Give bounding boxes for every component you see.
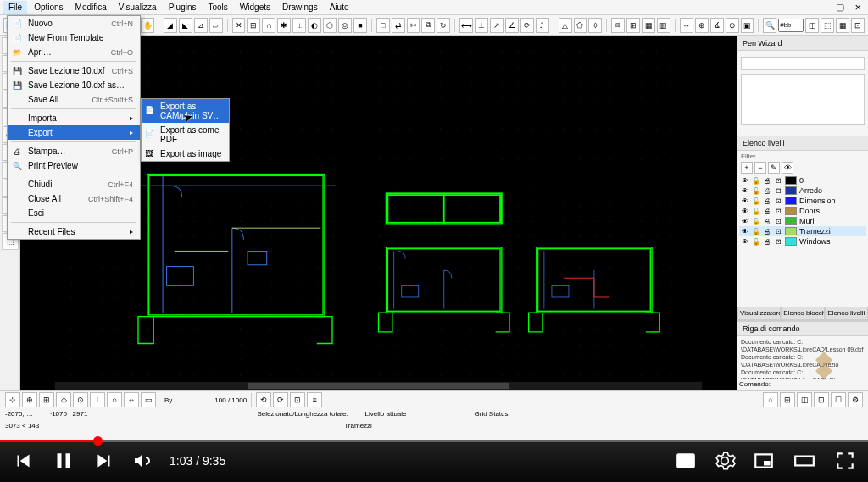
tb-snap-1[interactable]: ✕ [232,18,246,33]
st-snap-1[interactable]: ⊹ [5,392,20,407]
tb-dim-2[interactable]: ⊥ [475,18,488,33]
tb-dim-5[interactable]: ⟳ [520,18,534,33]
tb-layer-2[interactable]: ⊞ [626,18,640,33]
tb-tool-4[interactable]: ▱ [209,18,223,33]
tb-snap-6[interactable]: ◐ [308,18,321,33]
file-menu-item[interactable]: 🖨Stampa…Ctrl+P [8,144,140,158]
st-extra-6[interactable]: ⚙ [848,392,863,407]
tb-edit-1[interactable]: □ [376,18,390,33]
tb-view-4[interactable]: ▦ [836,18,849,33]
layer-row[interactable]: 👁🔓🖨⊡Windows [739,236,866,247]
window-minimize[interactable]: — [815,2,826,14]
menu-plugins[interactable]: Plugins [164,1,202,14]
st-snap-6[interactable]: ⊥ [90,392,105,407]
st-snap-4[interactable]: ◇ [56,392,71,407]
tb-view-2[interactable]: ◫ [805,18,819,33]
tb-snap-9[interactable]: ■ [353,18,367,33]
tb-dim-6[interactable]: ⤴ [536,18,549,33]
tb-tool-2[interactable]: ◣ [179,18,192,33]
st-snap-2[interactable]: ⊕ [22,392,37,407]
file-menu-item[interactable]: Importa▸ [8,111,140,125]
fullscreen-button[interactable] [834,450,856,472]
st-snap-3[interactable]: ⊞ [39,392,54,407]
menu-modifica[interactable]: Modifica [70,1,112,14]
layer-show-all[interactable]: 👁 [782,162,793,174]
layer-row[interactable]: 👁🔓🖨⊡0 [739,175,866,186]
st-tool-c[interactable]: ⊡ [290,392,305,407]
lib-tab-1[interactable]: Visualizzatore di librerie [737,307,781,320]
file-menu-item[interactable]: 📂Apri…Ctrl+O [8,45,140,59]
layer-row[interactable]: 👁🔓🖨⊡Tramezzi [739,226,866,236]
file-menu-item[interactable]: 💾Save Lezione 10.dxfCtrl+S [8,64,140,78]
st-extra-5[interactable]: ☐ [831,392,846,407]
tb-meas-3[interactable]: ∡ [710,18,724,33]
tb-dim-3[interactable]: ↗ [490,18,504,33]
settings-button[interactable] [714,450,736,472]
pen-wizard-input[interactable] [741,57,865,70]
tb-snap-7[interactable]: ⬡ [323,18,337,33]
tb-info-1[interactable]: △ [559,18,572,33]
theater-button[interactable] [792,450,817,472]
file-menu-item[interactable]: ChiudiCtrl+F4 [8,177,140,191]
tb-tool-1[interactable]: ◢ [164,18,177,33]
menu-drawings[interactable]: Drawings [277,1,323,14]
tb-meas-1[interactable]: ↔ [680,18,693,33]
pause-button[interactable] [51,448,76,474]
menu-tools[interactable]: Tools [203,1,233,14]
st-tool-a[interactable]: ⟲ [256,392,271,407]
tb-edit-5[interactable]: ↻ [437,18,450,33]
lib-tab-3[interactable]: Elenco livelli [825,307,868,320]
file-menu-item[interactable]: Close AllCtrl+Shift+F4 [8,191,140,206]
layer-add[interactable]: + [741,162,753,174]
tb-snap-4[interactable]: ✱ [277,18,291,33]
color-input[interactable] [778,19,804,32]
menu-file[interactable]: File [3,1,27,14]
window-close[interactable]: × [854,1,861,14]
layer-row[interactable]: 👁🔓🖨⊡Muri [739,216,866,226]
layer-edit[interactable]: ✎ [768,162,780,174]
st-snap-9[interactable]: ▭ [141,392,156,407]
tb-snap-8[interactable]: ◎ [338,18,352,33]
miniplayer-button[interactable] [753,450,775,472]
layer-remove[interactable]: − [754,162,766,174]
file-menu-item[interactable]: 📄New From Template [8,30,140,45]
tb-meas-5[interactable]: ▣ [741,18,754,33]
file-menu-item[interactable]: 🔍Print Preview [8,158,140,173]
tb-layer-1[interactable]: ⧈ [611,18,625,33]
tb-meas-2[interactable]: ⊕ [695,18,709,33]
volume-button[interactable] [132,451,153,471]
st-snap-8[interactable]: ↔ [124,392,139,407]
tb-edit-4[interactable]: ⧉ [421,18,435,33]
menu-widgets[interactable]: Widgets [235,1,275,14]
file-menu-item[interactable]: 💾Save Lezione 10.dxf as… [8,78,140,92]
tb-info-2[interactable]: ⬠ [574,18,587,33]
menu-aiuto[interactable]: Aiuto [325,1,354,14]
st-tool-d[interactable]: ≡ [307,392,322,407]
tb-layer-4[interactable]: ▥ [657,18,670,33]
next-button[interactable] [93,450,115,472]
file-menu-item[interactable]: Esci [8,206,140,220]
export-submenu-item[interactable]: 📄Export as come PDF [142,123,229,147]
st-extra-3[interactable]: ◫ [797,392,812,407]
st-extra-1[interactable]: ⌂ [763,392,778,407]
prev-button[interactable] [12,450,34,472]
lib-tab-2[interactable]: Elenco blocchi [781,307,824,320]
file-menu-item[interactable]: Save AllCtrl+Shift+S [8,92,140,107]
tb-dim-1[interactable]: ⟷ [459,18,473,33]
window-maximize[interactable]: ▢ [836,2,844,13]
st-snap-5[interactable]: ⊙ [73,392,88,407]
layer-row[interactable]: 👁🔓🖨⊡Dimension [739,196,866,206]
tb-snap-2[interactable]: ⊞ [247,18,260,33]
st-extra-4[interactable]: ⊡ [814,392,829,407]
tb-snap-3[interactable]: ∩ [262,18,275,33]
st-tool-b[interactable]: ⟳ [273,392,288,407]
st-snap-7[interactable]: ∩ [107,392,122,407]
tb-meas-4[interactable]: ⊙ [726,18,739,33]
tb-snap-5[interactable]: ⟂ [292,18,306,33]
file-menu-item[interactable]: Recent Files▸ [8,224,140,239]
st-extra-2[interactable]: ⊞ [780,392,795,407]
file-menu-item[interactable]: Export▸ [8,125,140,140]
video-progress[interactable] [0,440,868,442]
menu-visualizza[interactable]: Visualizza [114,1,162,14]
tb-layer-3[interactable]: ▦ [642,18,655,33]
